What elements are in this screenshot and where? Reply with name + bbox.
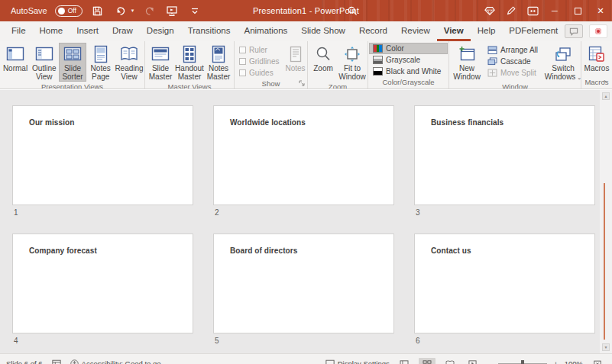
display-settings-button[interactable]: Display Settings [325,359,390,364]
new-window-button[interactable]: New Window [450,43,484,82]
zoom-level[interactable]: 100% [565,359,583,364]
scroll-up-arrow-icon[interactable]: ▲ [602,92,610,100]
tab-help[interactable]: Help [471,21,503,41]
slide-thumbnail-4[interactable]: Company forecast 4 [12,234,193,345]
slide-canvas[interactable]: Contact us [414,234,595,333]
slide-sorter-label: Slide Sorter [61,64,85,81]
save-button[interactable] [90,3,105,18]
tab-slide-show[interactable]: Slide Show [294,21,352,41]
tab-file[interactable]: File [5,21,33,41]
zoom-slider-thumb[interactable] [521,360,524,364]
gridlines-checkbox[interactable]: Gridlines [235,56,283,67]
move-split-button[interactable]: Move Split [484,67,542,79]
guides-checkbox[interactable]: Guides [235,67,283,79]
black-and-white-label: Black and White [386,67,441,76]
customize-qat-button[interactable] [187,3,202,18]
grayscale-button[interactable]: Grayscale [369,54,448,66]
notes-page-button[interactable]: Notes Page [86,43,115,82]
normal-view-status-button[interactable] [396,358,413,364]
tab-animations[interactable]: Animations [237,21,294,41]
tab-design[interactable]: Design [140,21,181,41]
show-dialog-launcher[interactable] [299,80,306,87]
theme-button[interactable] [52,359,61,364]
start-slideshow-button[interactable] [164,3,180,18]
slideshow-status-button[interactable] [465,358,481,364]
comment-icon [569,27,578,36]
collapse-ribbon-button[interactable]: ⌃ [601,79,607,87]
search-button[interactable] [344,3,361,18]
slide-thumbnail-5[interactable]: Board of directors 5 [213,234,394,345]
scrollbar-thumb[interactable] [604,183,605,340]
fit-to-window-button[interactable]: Fit to Window [338,43,367,82]
comments-button[interactable] [565,24,583,38]
slide-title: Our mission [13,106,193,127]
maximize-button[interactable] [566,0,589,21]
tab-transitions[interactable]: Transitions [181,21,238,41]
slide-thumbnail-2[interactable]: Worldwide locations 2 [213,105,394,217]
slide-master-button[interactable]: Slide Master [146,43,175,82]
redo-button[interactable] [141,3,157,18]
cascade-label: Cascade [500,57,530,66]
macros-button[interactable]: Macros [582,43,611,73]
tab-record[interactable]: Record [352,21,394,41]
tab-draw[interactable]: Draw [105,21,140,41]
slide-canvas[interactable]: Worldwide locations [213,105,394,205]
slide-canvas[interactable]: Company forecast [12,234,193,333]
tab-pdfelement[interactable]: PDFelement [502,21,565,41]
switch-windows-button[interactable]: Switch Windows⌄ [546,43,580,82]
slide-sorter-button[interactable]: Slide Sorter [59,43,87,82]
tab-review[interactable]: Review [394,21,437,41]
zoom-out-button[interactable]: − [487,359,492,364]
fit-slide-to-window-button[interactable] [589,358,606,364]
more-commands-icon [190,6,199,15]
zoom-in-button[interactable]: + [553,359,558,364]
autosave-toggle[interactable]: Off [55,5,83,17]
coach-badge-button[interactable] [479,0,500,21]
normal-view-button[interactable]: Normal [1,43,30,73]
ribbon: Normal Outline View Slide Sorter [0,41,612,89]
macros-label: Macros [584,64,610,72]
ribbon-tabs: File Home Insert Draw Design Transitions… [0,21,612,41]
notes-master-button[interactable]: Notes Master [204,43,233,82]
undo-dropdown-caret-icon[interactable]: ▾ [131,8,134,14]
minimize-button[interactable]: ─ [543,0,566,21]
accessibility-checker[interactable]: Accessibility: Good to go [70,359,161,364]
quick-access-toolbar: AutoSave Off ▾ [0,3,202,18]
reading-view-status-button[interactable] [442,358,458,364]
editing-mode-button[interactable] [500,0,522,21]
maximize-icon [575,8,581,14]
slide-canvas[interactable]: Our mission [12,105,193,205]
scroll-down-arrow-icon[interactable]: ▼ [602,343,610,351]
tab-insert[interactable]: Insert [70,21,105,41]
cascade-button[interactable]: Cascade [484,56,542,67]
zoom-button[interactable]: Zoom [309,43,338,73]
black-and-white-button[interactable]: Black and White [369,66,448,77]
slide-sorter-status-button[interactable] [419,358,436,364]
slide-canvas[interactable]: Business financials [414,105,595,205]
presenter-view-button[interactable] [522,0,543,21]
macros-icon [587,45,607,63]
slide-thumbnail-3[interactable]: Business financials 3 [414,105,595,217]
slide-canvas[interactable]: Board of directors [213,234,394,333]
tab-home[interactable]: Home [33,21,70,41]
notes-master-icon [209,45,228,63]
color-button[interactable]: Color [369,43,448,54]
reading-view-button[interactable]: Reading View [115,43,144,82]
grayscale-label: Grayscale [386,56,420,64]
ruler-checkbox[interactable]: Ruler [235,44,283,56]
guides-label: Guides [249,69,274,77]
close-button[interactable]: ✕ [589,0,612,21]
undo-button[interactable] [113,3,128,18]
slide-thumbnail-6[interactable]: Contact us 6 [414,234,595,345]
handout-master-button[interactable]: Handout Master [175,43,204,82]
arrange-all-button[interactable]: Arrange All [484,44,542,56]
notes-button[interactable]: Notes [283,43,307,73]
vertical-scrollbar[interactable]: ▲ ▼ [600,90,612,353]
group-label-zoom: Zoom [309,82,367,89]
slide-thumbnail-1[interactable]: Our mission 1 [12,105,193,217]
zoom-label: Zoom [313,64,333,72]
tab-view[interactable]: View [437,21,471,41]
record-button[interactable] [589,24,607,38]
dialog-launcher-icon [299,80,306,87]
outline-view-button[interactable]: Outline View [30,43,59,82]
